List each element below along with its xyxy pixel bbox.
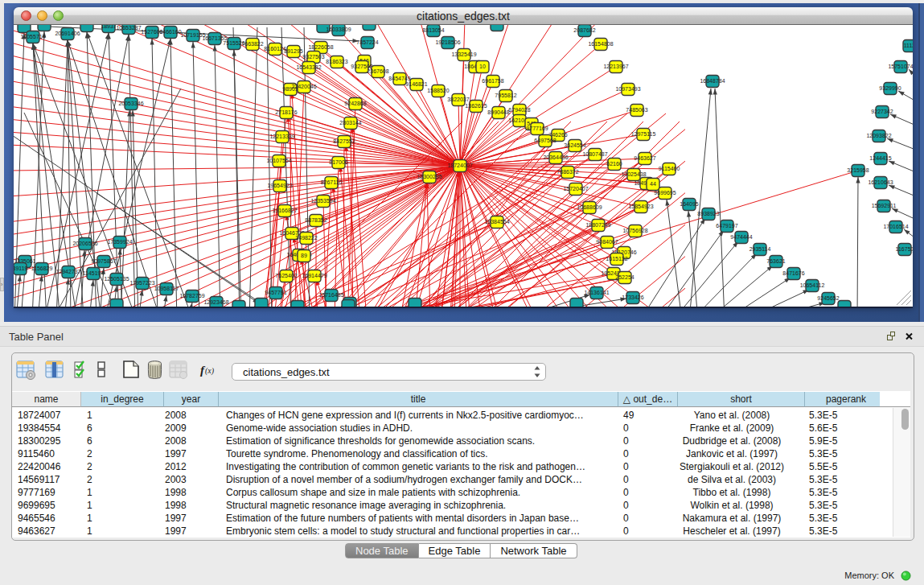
svg-text:15854923: 15854923 xyxy=(628,204,653,209)
svg-text:15720407: 15720407 xyxy=(563,186,588,192)
svg-text:7886372: 7886372 xyxy=(556,169,578,175)
svg-text:89: 89 xyxy=(301,253,307,258)
svg-text:12942737: 12942737 xyxy=(55,269,80,274)
svg-text:22420046: 22420046 xyxy=(291,84,316,89)
svg-text:16210643: 16210643 xyxy=(868,179,893,185)
svg-text:9115460: 9115460 xyxy=(659,166,680,171)
svg-text:10807487: 10807487 xyxy=(582,151,607,157)
svg-text:2803144: 2803144 xyxy=(339,120,361,126)
svg-text:20364436: 20364436 xyxy=(543,154,568,160)
svg-text:20053346: 20053346 xyxy=(118,101,143,106)
svg-text:9457791: 9457791 xyxy=(265,290,286,295)
svg-text:6794028: 6794028 xyxy=(508,107,530,113)
svg-text:39119: 39119 xyxy=(14,266,28,271)
svg-text:10688609: 10688609 xyxy=(577,204,602,210)
svg-text:2718176: 2718176 xyxy=(275,109,297,115)
svg-text:9084067: 9084067 xyxy=(596,239,618,245)
svg-text:8878352: 8878352 xyxy=(305,217,326,223)
svg-text:9227342: 9227342 xyxy=(871,109,893,114)
svg-text:1615132: 1615132 xyxy=(606,256,627,262)
svg-text:8267110: 8267110 xyxy=(321,179,343,185)
svg-text:15751074: 15751074 xyxy=(888,64,913,69)
svg-text:10653287: 10653287 xyxy=(116,25,141,31)
svg-text:763621: 763621 xyxy=(766,258,785,264)
svg-text:16848784: 16848784 xyxy=(700,78,725,84)
svg-text:8813054: 8813054 xyxy=(422,27,444,33)
svg-text:2087682: 2087682 xyxy=(573,27,595,33)
svg-text:18300295: 18300295 xyxy=(417,174,441,179)
svg-text:19384554: 19384554 xyxy=(484,219,509,225)
svg-text:6961758: 6961758 xyxy=(482,78,503,84)
svg-text:8990448: 8990448 xyxy=(487,109,509,115)
svg-text:90975867: 90975867 xyxy=(91,258,116,264)
svg-text:10: 10 xyxy=(479,64,486,69)
svg-text:1244415: 1244415 xyxy=(869,155,891,161)
svg-text:9329990: 9329990 xyxy=(879,85,901,91)
svg-text:14136141: 14136141 xyxy=(584,290,609,295)
svg-text:19166827: 19166827 xyxy=(272,208,297,213)
svg-text:16782759: 16782759 xyxy=(179,293,204,299)
svg-text:16914479: 16914479 xyxy=(302,273,326,278)
svg-text:6479197: 6479197 xyxy=(716,223,737,229)
svg-text:12923468: 12923468 xyxy=(203,299,228,305)
svg-text:10958117: 10958117 xyxy=(154,286,179,291)
svg-text:12093822: 12093822 xyxy=(866,133,891,138)
svg-text:9474444: 9474444 xyxy=(730,234,752,240)
svg-text:12213339: 12213339 xyxy=(269,134,294,139)
svg-text:8454749: 8454749 xyxy=(388,76,410,81)
svg-text:18937: 18937 xyxy=(101,25,117,29)
svg-text:7485063: 7485063 xyxy=(626,107,647,113)
svg-text:6497568: 6497568 xyxy=(534,138,556,143)
svg-text:1362615: 1362615 xyxy=(465,103,487,109)
svg-text:8427552: 8427552 xyxy=(333,138,355,144)
svg-text:17016514: 17016514 xyxy=(883,224,908,229)
svg-text:9777169: 9777169 xyxy=(526,126,548,131)
svg-text:9245652: 9245652 xyxy=(817,295,839,301)
svg-text:2367608: 2367608 xyxy=(367,68,388,74)
svg-text:18226058: 18226058 xyxy=(308,44,333,50)
svg-text:6466160: 6466160 xyxy=(159,29,181,35)
svg-text:1145194: 1145194 xyxy=(83,270,105,276)
svg-text:1112: 1112 xyxy=(904,43,913,48)
svg-text:14055714: 14055714 xyxy=(20,34,45,39)
svg-text:16033809: 16033809 xyxy=(326,27,351,32)
svg-text:891295: 891295 xyxy=(284,48,302,54)
svg-text:3498222: 3498222 xyxy=(295,235,317,241)
svg-text:10973493: 10973493 xyxy=(615,86,640,92)
svg-text:15692911: 15692911 xyxy=(872,203,897,208)
svg-text:12975115: 12975115 xyxy=(631,131,656,137)
svg-text:17359924: 17359924 xyxy=(107,239,132,245)
svg-text:10654112: 10654112 xyxy=(800,282,825,288)
svg-text:1588520: 1588520 xyxy=(427,88,449,93)
svg-text:16154808: 16154808 xyxy=(588,41,613,47)
svg-text:3624554: 3624554 xyxy=(564,142,585,148)
svg-text:12353594: 12353594 xyxy=(310,198,335,204)
svg-text:19218506: 19218506 xyxy=(435,39,460,45)
svg-text:10025438: 10025438 xyxy=(621,171,646,177)
svg-text:1733426: 1733426 xyxy=(622,295,643,300)
svg-text:17957223: 17957223 xyxy=(129,280,154,286)
svg-text:9463627: 9463627 xyxy=(634,155,655,161)
svg-text:10107554: 10107554 xyxy=(266,158,291,163)
svg-text:7857224: 7857224 xyxy=(356,39,378,45)
svg-text:15716485: 15716485 xyxy=(318,292,343,298)
svg-text:8471676: 8471676 xyxy=(782,270,804,276)
svg-text:9327503: 9327503 xyxy=(302,54,324,60)
svg-text:18724007: 18724007 xyxy=(447,163,472,168)
svg-text:19654923: 19654923 xyxy=(267,183,292,188)
svg-text:18807249: 18807249 xyxy=(585,222,610,228)
svg-text:8938923: 8938923 xyxy=(697,211,719,216)
svg-text:20691406: 20691406 xyxy=(55,31,80,36)
svg-text:1156829: 1156829 xyxy=(31,266,53,271)
svg-text:13325419: 13325419 xyxy=(451,51,476,57)
svg-text:9242868: 9242868 xyxy=(344,101,366,106)
svg-text:16543382: 16543382 xyxy=(296,64,321,70)
svg-text:12505135: 12505135 xyxy=(104,276,129,282)
svg-text:(x): (x) xyxy=(205,366,215,376)
svg-text:7663822: 7663822 xyxy=(241,41,263,47)
svg-text:62160: 62160 xyxy=(606,161,622,167)
svg-text:116753: 116753 xyxy=(896,246,913,252)
svg-text:8160124: 8160124 xyxy=(264,46,285,51)
svg-text:20206536: 20206536 xyxy=(72,241,97,246)
svg-text:9699695: 9699695 xyxy=(654,190,676,196)
